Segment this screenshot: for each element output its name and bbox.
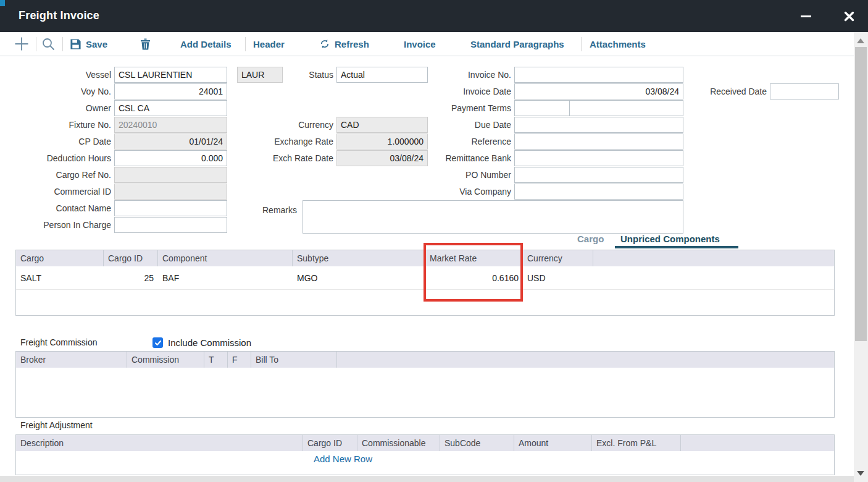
column-header-bill-to: Bill To	[251, 352, 337, 368]
invoice-date-label: Invoice Date	[370, 83, 511, 99]
commercial-id-label: Commercial ID	[0, 184, 111, 200]
currency-label: Currency	[185, 117, 333, 133]
column-header-commission: Commission	[127, 352, 204, 368]
bottom-scroll-track[interactable]	[0, 476, 854, 482]
payment-terms-label: Payment Terms	[370, 100, 511, 116]
refresh-button[interactable]: Refresh	[319, 32, 369, 56]
invoice-button[interactable]: Invoice	[404, 32, 436, 56]
attachments-button[interactable]: Attachments	[590, 32, 646, 56]
due-date-label: Due Date	[370, 117, 511, 133]
column-header-excl-from-pl: Excl. From P&L	[592, 435, 681, 451]
person-in-charge-label: Person In Charge	[0, 217, 111, 233]
column-header-f: F	[228, 352, 251, 368]
toolbar-separator	[36, 37, 36, 51]
cargo-ref-no-field	[114, 167, 227, 183]
trash-icon	[140, 38, 151, 50]
received-date-input[interactable]	[770, 83, 839, 99]
via-company-label: Via Company	[370, 184, 511, 200]
column-header-subtype: Subtype	[293, 250, 425, 266]
toolbar-separator	[581, 37, 582, 51]
header-label: Header	[253, 39, 285, 49]
column-header-description: Description	[16, 435, 303, 451]
commercial-id-field	[114, 184, 227, 200]
voy-no-label: Voy No.	[0, 83, 111, 99]
voy-no-input[interactable]	[114, 83, 227, 99]
remarks-textarea[interactable]	[303, 200, 683, 234]
delete-button[interactable]	[140, 32, 151, 56]
owner-input[interactable]	[114, 100, 227, 116]
cell-currency: USD	[523, 273, 593, 283]
payment-terms-desc-input[interactable]	[569, 100, 683, 116]
freight-adjustment-title: Freight Adjustment	[20, 420, 93, 430]
new-button[interactable]	[14, 32, 30, 56]
freight-commission-grid: Broker Commission T F Bill To	[15, 351, 835, 418]
cell-subtype: MGO	[293, 273, 425, 283]
attachments-label: Attachments	[590, 39, 646, 49]
deduction-hours-label: Deduction Hours	[0, 150, 111, 166]
unpriced-grid-row[interactable]: SALT 25 BAF MGO 0.6160 USD	[16, 266, 834, 290]
cell-component: BAF	[158, 273, 293, 283]
reference-input[interactable]	[514, 133, 683, 150]
remittance-bank-input[interactable]	[514, 150, 683, 166]
owner-label: Owner	[0, 100, 111, 116]
floppy-disk-icon	[70, 38, 81, 50]
include-commission-checkbox[interactable]	[152, 337, 163, 348]
vertical-scrollbar[interactable]	[854, 32, 868, 482]
add-new-row-link[interactable]: Add New Row	[314, 454, 372, 464]
po-number-label: PO Number	[370, 167, 511, 183]
title-bar: Freight Invoice	[0, 0, 868, 32]
column-header-cargo: Cargo	[16, 250, 104, 266]
invoice-no-label: Invoice No.	[370, 67, 511, 83]
freight-invoice-window: Freight Invoice Save Add Details Head	[0, 0, 868, 482]
refresh-label: Refresh	[335, 39, 369, 49]
header-button[interactable]: Header	[253, 32, 285, 56]
column-header-broker: Broker	[16, 352, 127, 368]
due-date-input[interactable]	[514, 117, 683, 133]
remittance-bank-label: Remittance Bank	[370, 150, 511, 166]
invoice-label: Invoice	[404, 39, 436, 49]
unpriced-components-grid: Cargo Cargo ID Component Subtype Market …	[15, 250, 835, 316]
po-number-input[interactable]	[514, 167, 683, 183]
scroll-up-icon[interactable]	[857, 38, 864, 43]
minimize-button[interactable]	[797, 9, 814, 23]
toolbar: Save Add Details Header Refresh Invoice …	[0, 32, 854, 56]
invoice-date-input[interactable]	[514, 83, 683, 99]
fixture-no-label: Fixture No.	[0, 117, 111, 133]
circular-arrows-icon	[319, 38, 330, 49]
close-button[interactable]	[840, 9, 858, 23]
scroll-down-icon[interactable]	[857, 471, 864, 476]
tab-unpriced-components[interactable]: Unpriced Components	[620, 234, 720, 244]
save-button[interactable]: Save	[70, 32, 107, 56]
scrollbar-thumb[interactable]	[855, 47, 867, 341]
column-header-component: Component	[158, 250, 293, 266]
check-icon	[154, 339, 162, 347]
window-title: Freight Invoice	[19, 9, 99, 22]
search-button[interactable]	[41, 32, 56, 56]
window-edge-accent	[0, 0, 5, 6]
column-header-adj-cargo-id: Cargo ID	[303, 435, 357, 451]
person-in-charge-input[interactable]	[114, 217, 227, 233]
save-label: Save	[86, 39, 107, 49]
magnifier-icon	[41, 37, 56, 51]
freight-commission-title: Freight Commission	[20, 337, 97, 347]
dash-icon	[801, 15, 811, 17]
add-details-button[interactable]: Add Details	[180, 32, 232, 56]
via-company-input[interactable]	[514, 184, 683, 200]
commission-grid-header: Broker Commission T F Bill To	[16, 352, 834, 368]
column-header-amount: Amount	[514, 435, 592, 451]
column-header-subcode: SubCode	[440, 435, 514, 451]
payment-terms-code-input[interactable]	[514, 100, 570, 116]
add-details-label: Add Details	[180, 39, 232, 49]
invoice-no-input[interactable]	[514, 67, 683, 83]
cell-cargo: SALT	[16, 273, 104, 283]
exch-rate-date-label: Exch Rate Date	[185, 150, 333, 166]
tab-cargo[interactable]: Cargo	[577, 234, 604, 244]
remarks-label: Remarks	[204, 202, 297, 218]
toolbar-separator	[62, 37, 63, 51]
received-date-label: Received Date	[691, 83, 767, 99]
cp-date-label: CP Date	[0, 133, 111, 150]
status-label: Status	[185, 67, 333, 83]
toolbar-separator	[245, 37, 246, 51]
standard-paragraphs-button[interactable]: Standard Paragraphs	[470, 32, 564, 56]
contact-name-label: Contact Name	[0, 200, 111, 216]
